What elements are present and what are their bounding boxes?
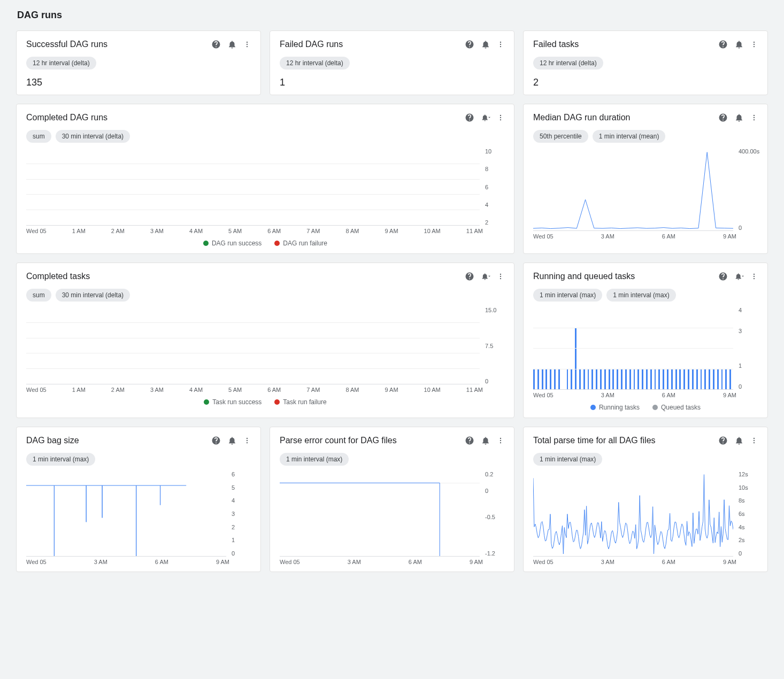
svg-point-9 <box>500 115 501 116</box>
legend: Task run success Task run failure <box>26 398 504 406</box>
svg-point-24 <box>500 438 501 439</box>
more-icon[interactable] <box>750 40 758 49</box>
help-icon[interactable] <box>718 40 728 49</box>
svg-point-3 <box>500 42 501 43</box>
svg-point-26 <box>500 442 501 443</box>
card-title: Completed DAG runs <box>26 113 107 122</box>
card-title: Parse error count for DAG files <box>280 436 397 445</box>
x-axis: Wed 053 AM6 AM9 AM <box>533 233 736 240</box>
chip: 50th percentile <box>533 130 588 143</box>
svg-point-16 <box>500 276 501 277</box>
kpi-failed-tasks: Failed tasks 12 hr interval (delta) 2 <box>523 30 768 95</box>
svg-point-27 <box>754 438 755 439</box>
card-parse-error: Parse error count for DAG files 1 min in… <box>270 427 514 572</box>
card-title: Running and queued tasks <box>533 272 635 281</box>
card-dag-bag-size: DAG bag size 1 min interval (max) 654321… <box>16 427 261 572</box>
svg-point-0 <box>247 42 248 43</box>
y-axis: 108642 <box>483 148 504 226</box>
card-running-queued: Running and queued tasks 1 min interval … <box>523 263 768 418</box>
card-title: Total parse time for all DAG files <box>533 436 656 445</box>
svg-point-28 <box>754 440 755 441</box>
y-axis: 15.07.50 <box>483 307 504 384</box>
line-chart <box>280 471 480 557</box>
bell-dropdown-icon[interactable] <box>481 113 490 122</box>
card-total-parse-time: Total parse time for all DAG files 1 min… <box>523 427 768 572</box>
page-title: DAG runs <box>17 10 768 21</box>
chip: 30 min interval (delta) <box>56 289 130 302</box>
more-icon[interactable] <box>243 40 251 49</box>
x-axis: Wed 053 AM6 AM9 AM <box>533 559 736 565</box>
bell-icon[interactable] <box>227 436 237 445</box>
more-icon[interactable] <box>497 436 504 445</box>
more-icon[interactable] <box>750 113 758 122</box>
chip: 12 hr interval (delta) <box>280 57 350 70</box>
card-median-duration: Median DAG run duration 50th percentile … <box>523 104 768 254</box>
svg-point-2 <box>247 46 248 47</box>
x-axis: Wed 053 AM6 AM9 AM <box>280 559 483 565</box>
svg-point-21 <box>247 438 248 439</box>
help-icon[interactable] <box>211 40 221 49</box>
chip: 12 hr interval (delta) <box>533 57 603 70</box>
bar-chart <box>26 307 480 384</box>
more-icon[interactable] <box>750 436 758 445</box>
y-axis: 12s10s8s6s4s2s0 <box>736 471 758 557</box>
more-icon[interactable] <box>497 113 504 122</box>
chip: 1 min interval (max) <box>606 289 675 302</box>
svg-point-18 <box>754 274 755 275</box>
more-icon[interactable] <box>497 40 504 49</box>
bell-icon[interactable] <box>734 40 744 49</box>
more-icon[interactable] <box>750 272 758 281</box>
help-icon[interactable] <box>718 272 728 281</box>
svg-point-8 <box>754 46 755 47</box>
help-icon[interactable] <box>465 272 474 281</box>
bell-dropdown-icon[interactable] <box>734 272 744 281</box>
help-icon[interactable] <box>465 113 474 122</box>
card-title: Completed tasks <box>26 272 90 281</box>
bell-icon[interactable] <box>227 40 237 49</box>
kpi-value: 135 <box>26 77 251 88</box>
help-icon[interactable] <box>465 436 474 445</box>
chip: 1 min interval (max) <box>533 453 602 466</box>
card-title: Failed DAG runs <box>280 40 343 49</box>
bell-icon[interactable] <box>481 436 490 445</box>
help-icon[interactable] <box>718 113 728 122</box>
spike-chart <box>533 307 733 390</box>
dashboard-grid: Successful DAG runs 12 hr interval (delt… <box>16 30 768 572</box>
bell-icon[interactable] <box>481 40 490 49</box>
svg-point-13 <box>754 117 755 118</box>
more-icon[interactable] <box>497 272 504 281</box>
svg-point-5 <box>500 46 501 47</box>
x-axis: Wed 053 AM6 AM9 AM <box>533 392 736 398</box>
x-axis: Wed 051 AM2 AM3 AM4 AM5 AM6 AM7 AM8 AM9 … <box>26 387 483 393</box>
svg-point-15 <box>500 274 501 275</box>
card-title: Median DAG run duration <box>533 113 630 122</box>
kpi-successful-dag-runs: Successful DAG runs 12 hr interval (delt… <box>16 30 261 95</box>
svg-point-11 <box>500 119 501 120</box>
card-title: DAG bag size <box>26 436 79 445</box>
svg-point-19 <box>754 276 755 277</box>
chip: 1 min interval (mean) <box>593 130 666 143</box>
bell-icon[interactable] <box>734 436 744 445</box>
svg-point-14 <box>754 119 755 120</box>
more-icon[interactable] <box>243 436 251 445</box>
chip: 1 min interval (max) <box>26 453 95 466</box>
kpi-value: 1 <box>280 77 504 88</box>
y-axis: 6543210 <box>229 471 251 557</box>
card-completed-dag-runs: Completed DAG runs sum 30 min interval (… <box>16 104 514 254</box>
help-icon[interactable] <box>211 436 221 445</box>
svg-point-12 <box>754 115 755 116</box>
legend: Running tasks Queued tasks <box>533 404 758 411</box>
help-icon[interactable] <box>718 436 728 445</box>
card-completed-tasks: Completed tasks sum 30 min interval (del… <box>16 263 514 418</box>
bell-dropdown-icon[interactable] <box>481 272 490 281</box>
line-chart <box>533 148 733 231</box>
x-axis: Wed 051 AM2 AM3 AM4 AM5 AM6 AM7 AM8 AM9 … <box>26 228 483 234</box>
legend: DAG run success DAG run failure <box>26 240 504 247</box>
help-icon[interactable] <box>465 40 474 49</box>
svg-point-1 <box>247 44 248 45</box>
svg-point-4 <box>500 44 501 45</box>
chip: 12 hr interval (delta) <box>26 57 96 70</box>
svg-point-23 <box>247 442 248 443</box>
svg-point-10 <box>500 117 501 118</box>
bell-icon[interactable] <box>734 113 744 122</box>
